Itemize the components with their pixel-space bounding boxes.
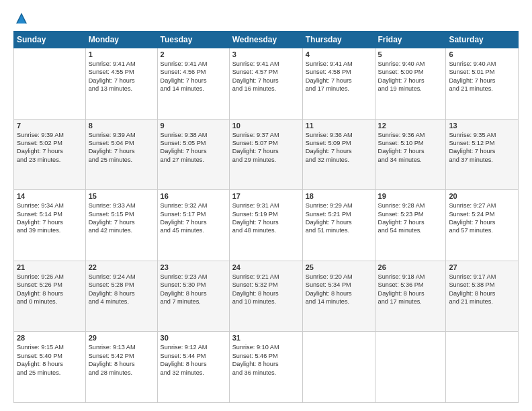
calendar-cell: 1Sunrise: 9:41 AMSunset: 4:55 PMDaylight… [85, 48, 157, 120]
day-number: 2 [161, 50, 226, 58]
calendar-cell: 31Sunrise: 9:10 AMSunset: 5:46 PMDayligh… [229, 332, 302, 403]
days-header-row: SundayMondayTuesdayWednesdayThursdayFrid… [14, 32, 519, 48]
day-number: 18 [306, 192, 372, 200]
day-info: Sunrise: 9:38 AMSunset: 5:05 PMDaylight:… [161, 131, 226, 165]
header-monday: Monday [85, 32, 157, 48]
calendar-cell: 8Sunrise: 9:39 AMSunset: 5:04 PMDaylight… [85, 119, 157, 190]
day-number: 28 [17, 334, 83, 342]
day-info: Sunrise: 9:29 AMSunset: 5:21 PMDaylight:… [306, 201, 372, 235]
day-info: Sunrise: 9:39 AMSunset: 5:02 PMDaylight:… [17, 131, 83, 165]
day-number: 29 [89, 334, 154, 342]
week-row-2: 7Sunrise: 9:39 AMSunset: 5:02 PMDaylight… [14, 119, 519, 190]
calendar-cell [302, 332, 375, 403]
day-info: Sunrise: 9:26 AMSunset: 5:26 PMDaylight:… [17, 273, 83, 306]
calendar-cell: 18Sunrise: 9:29 AMSunset: 5:21 PMDayligh… [302, 190, 375, 261]
calendar-cell: 15Sunrise: 9:33 AMSunset: 5:15 PMDayligh… [85, 190, 157, 261]
calendar-cell: 7Sunrise: 9:39 AMSunset: 5:02 PMDaylight… [14, 119, 86, 190]
day-number: 26 [378, 263, 443, 271]
day-info: Sunrise: 9:35 AMSunset: 5:12 PMDaylight:… [449, 131, 515, 165]
calendar-cell: 12Sunrise: 9:36 AMSunset: 5:10 PMDayligh… [375, 119, 446, 190]
calendar-cell: 5Sunrise: 9:40 AMSunset: 5:00 PMDaylight… [375, 48, 446, 120]
header-thursday: Thursday [302, 32, 375, 48]
week-row-5: 28Sunrise: 9:15 AMSunset: 5:40 PMDayligh… [14, 332, 519, 403]
day-info: Sunrise: 9:40 AMSunset: 5:01 PMDaylight:… [449, 60, 515, 93]
day-number: 1 [89, 50, 154, 58]
calendar-cell: 11Sunrise: 9:36 AMSunset: 5:09 PMDayligh… [302, 119, 375, 190]
day-info: Sunrise: 9:10 AMSunset: 5:46 PMDaylight:… [232, 343, 300, 377]
day-info: Sunrise: 9:36 AMSunset: 5:09 PMDaylight:… [306, 131, 372, 165]
day-info: Sunrise: 9:34 AMSunset: 5:14 PMDaylight:… [17, 201, 83, 235]
calendar-cell: 17Sunrise: 9:31 AMSunset: 5:19 PMDayligh… [229, 190, 302, 261]
header-sunday: Sunday [14, 32, 86, 48]
day-info: Sunrise: 9:41 AMSunset: 4:57 PMDaylight:… [232, 60, 300, 93]
day-number: 10 [232, 122, 300, 130]
calendar-cell: 19Sunrise: 9:28 AMSunset: 5:23 PMDayligh… [375, 190, 446, 261]
calendar-cell: 21Sunrise: 9:26 AMSunset: 5:26 PMDayligh… [14, 261, 86, 332]
day-info: Sunrise: 9:12 AMSunset: 5:44 PMDaylight:… [161, 343, 226, 377]
calendar-cell: 24Sunrise: 9:21 AMSunset: 5:32 PMDayligh… [229, 261, 302, 332]
day-number: 7 [17, 122, 83, 130]
day-info: Sunrise: 9:37 AMSunset: 5:07 PMDaylight:… [232, 131, 300, 165]
header-tuesday: Tuesday [157, 32, 229, 48]
header-wednesday: Wednesday [229, 32, 302, 48]
calendar-cell: 10Sunrise: 9:37 AMSunset: 5:07 PMDayligh… [229, 119, 302, 190]
day-number: 13 [449, 122, 515, 130]
day-number: 11 [306, 122, 372, 130]
calendar-cell: 20Sunrise: 9:27 AMSunset: 5:24 PMDayligh… [446, 190, 519, 261]
day-info: Sunrise: 9:28 AMSunset: 5:23 PMDaylight:… [378, 201, 443, 235]
day-number: 20 [449, 192, 515, 200]
day-number: 25 [306, 263, 372, 271]
calendar-cell [14, 48, 86, 120]
day-info: Sunrise: 9:27 AMSunset: 5:24 PMDaylight:… [449, 201, 515, 235]
calendar-cell: 14Sunrise: 9:34 AMSunset: 5:14 PMDayligh… [14, 190, 86, 261]
day-number: 12 [378, 122, 443, 130]
calendar-cell: 2Sunrise: 9:41 AMSunset: 4:56 PMDaylight… [157, 48, 229, 120]
day-info: Sunrise: 9:24 AMSunset: 5:28 PMDaylight:… [89, 273, 154, 306]
header-saturday: Saturday [446, 32, 519, 48]
day-number: 21 [17, 263, 83, 271]
day-info: Sunrise: 9:40 AMSunset: 5:00 PMDaylight:… [378, 60, 443, 93]
calendar-cell: 26Sunrise: 9:18 AMSunset: 5:36 PMDayligh… [375, 261, 446, 332]
calendar-cell [446, 332, 519, 403]
day-info: Sunrise: 9:33 AMSunset: 5:15 PMDaylight:… [89, 201, 154, 235]
day-number: 14 [17, 192, 83, 200]
calendar-cell: 9Sunrise: 9:38 AMSunset: 5:05 PMDaylight… [157, 119, 229, 190]
day-number: 22 [89, 263, 154, 271]
week-row-1: 1Sunrise: 9:41 AMSunset: 4:55 PMDaylight… [14, 48, 519, 120]
day-info: Sunrise: 9:41 AMSunset: 4:58 PMDaylight:… [306, 60, 372, 93]
day-info: Sunrise: 9:39 AMSunset: 5:04 PMDaylight:… [89, 131, 154, 165]
day-info: Sunrise: 9:31 AMSunset: 5:19 PMDaylight:… [232, 201, 300, 235]
day-number: 30 [161, 334, 226, 342]
calendar-cell: 6Sunrise: 9:40 AMSunset: 5:01 PMDaylight… [446, 48, 519, 120]
day-number: 16 [161, 192, 226, 200]
calendar-cell [375, 332, 446, 403]
calendar-cell: 13Sunrise: 9:35 AMSunset: 5:12 PMDayligh… [446, 119, 519, 190]
page: SundayMondayTuesdayWednesdayThursdayFrid… [0, 0, 532, 411]
logo-icon [15, 11, 28, 26]
day-number: 6 [449, 50, 515, 58]
day-info: Sunrise: 9:23 AMSunset: 5:30 PMDaylight:… [161, 273, 226, 306]
header-friday: Friday [375, 32, 446, 48]
day-number: 23 [161, 263, 226, 271]
day-info: Sunrise: 9:36 AMSunset: 5:10 PMDaylight:… [378, 131, 443, 165]
day-number: 8 [89, 122, 154, 130]
calendar-cell: 23Sunrise: 9:23 AMSunset: 5:30 PMDayligh… [157, 261, 229, 332]
day-info: Sunrise: 9:21 AMSunset: 5:32 PMDaylight:… [232, 273, 300, 306]
calendar-cell: 25Sunrise: 9:20 AMSunset: 5:34 PMDayligh… [302, 261, 375, 332]
day-info: Sunrise: 9:20 AMSunset: 5:34 PMDaylight:… [306, 273, 372, 306]
day-number: 9 [161, 122, 226, 130]
day-number: 3 [232, 50, 300, 58]
day-number: 31 [232, 334, 300, 342]
week-row-3: 14Sunrise: 9:34 AMSunset: 5:14 PMDayligh… [14, 190, 519, 261]
day-number: 5 [378, 50, 443, 58]
header [13, 12, 519, 24]
calendar-cell: 3Sunrise: 9:41 AMSunset: 4:57 PMDaylight… [229, 48, 302, 120]
calendar-cell: 28Sunrise: 9:15 AMSunset: 5:40 PMDayligh… [14, 332, 86, 403]
day-info: Sunrise: 9:41 AMSunset: 4:56 PMDaylight:… [161, 60, 226, 93]
calendar-cell: 4Sunrise: 9:41 AMSunset: 4:58 PMDaylight… [302, 48, 375, 120]
day-number: 4 [306, 50, 372, 58]
day-number: 15 [89, 192, 154, 200]
day-info: Sunrise: 9:32 AMSunset: 5:17 PMDaylight:… [161, 201, 226, 235]
day-info: Sunrise: 9:15 AMSunset: 5:40 PMDaylight:… [17, 343, 83, 377]
calendar-table: SundayMondayTuesdayWednesdayThursdayFrid… [13, 31, 519, 403]
